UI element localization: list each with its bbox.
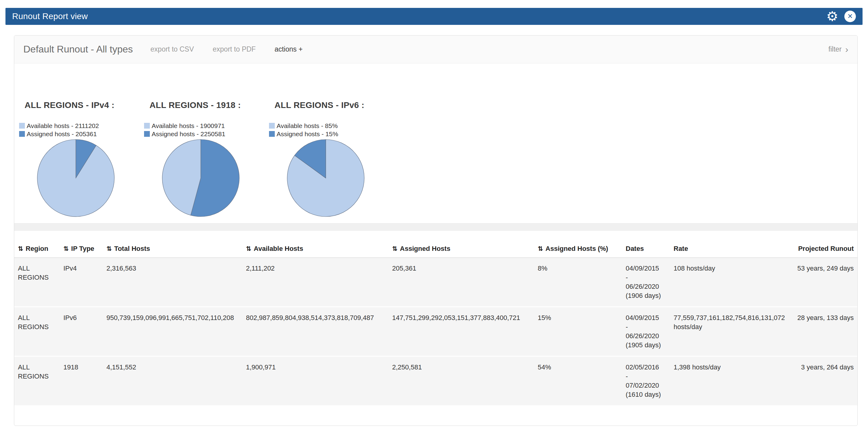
cell-projected-runout: 3 years, 264 days bbox=[790, 356, 857, 406]
sort-icon[interactable]: ⇅ bbox=[246, 245, 251, 252]
cell-total-hosts: 4,151,552 bbox=[103, 356, 242, 406]
cell-assigned-hosts: 205,361 bbox=[389, 258, 534, 307]
legend-item: Available hosts - 1900971 bbox=[144, 122, 269, 130]
section-divider bbox=[14, 223, 857, 231]
column-header-region[interactable]: ⇅Region bbox=[14, 241, 60, 258]
column-header-available-hosts[interactable]: ⇅Available Hosts bbox=[242, 241, 389, 258]
pie-1918 bbox=[162, 139, 240, 217]
cell-assigned-hosts: 2,250,581 bbox=[389, 356, 534, 406]
cell-available-hosts: 2,111,202 bbox=[242, 258, 389, 307]
sort-icon[interactable]: ⇅ bbox=[63, 245, 69, 252]
chart-legend: Available hosts - 85% Assigned hosts - 1… bbox=[269, 122, 394, 138]
sort-icon[interactable]: ⇅ bbox=[538, 245, 543, 252]
charts-section: ALL REGIONS - IPv4 : Available hosts - 2… bbox=[14, 63, 857, 217]
legend-item: Assigned hosts - 205361 bbox=[19, 130, 144, 138]
column-header-assigned-hosts-pct[interactable]: ⇅Assigned Hosts (%) bbox=[534, 241, 622, 258]
close-x-glyph: ✕ bbox=[847, 12, 853, 20]
cell-region: ALL REGIONS bbox=[14, 307, 60, 356]
legend-item: Assigned hosts - 2250581 bbox=[144, 130, 269, 138]
cell-ip-type: IPv6 bbox=[60, 307, 103, 356]
cell-total-hosts: 2,316,563 bbox=[103, 258, 242, 307]
cell-dates: 04/09/2015 - 06/26/2020 (1906 days) bbox=[622, 258, 670, 307]
legend-swatch-assigned bbox=[19, 131, 25, 137]
cell-region: ALL REGIONS bbox=[14, 258, 60, 307]
pie-chart-1918: ALL REGIONS - 1918 : Available hosts - 1… bbox=[144, 100, 269, 217]
export-pdf-link[interactable]: export to PDF bbox=[213, 45, 256, 53]
report-title: Default Runout - All types bbox=[23, 44, 133, 55]
legend-swatch-assigned bbox=[144, 131, 150, 137]
column-label: Available Hosts bbox=[254, 245, 303, 252]
legend-label: Assigned hosts - 205361 bbox=[27, 130, 97, 138]
filter-label: filter bbox=[829, 45, 842, 53]
cell-available-hosts: 802,987,859,804,938,514,373,818,709,487 bbox=[242, 307, 389, 356]
column-label: Region bbox=[26, 245, 49, 252]
pie-chart-ipv6: ALL REGIONS - IPv6 : Available hosts - 8… bbox=[269, 100, 394, 217]
legend-label: Assigned hosts - 2250581 bbox=[152, 130, 225, 138]
legend-item: Assigned hosts - 15% bbox=[269, 130, 394, 138]
window-title: Runout Report view bbox=[12, 11, 88, 21]
cell-dates: 02/05/2016 - 07/02/2020 (1610 days) bbox=[622, 356, 670, 406]
column-label: IP Type bbox=[71, 245, 94, 252]
cell-ip-type: IPv4 bbox=[60, 258, 103, 307]
table-row-ipv6: ALL REGIONS IPv6 950,739,159,096,991,665… bbox=[14, 307, 857, 356]
legend-item: Available hosts - 85% bbox=[269, 122, 394, 130]
report-panel: Default Runout - All types export to CSV… bbox=[14, 35, 858, 426]
sort-icon[interactable]: ⇅ bbox=[392, 245, 398, 252]
legend-swatch-assigned bbox=[269, 131, 275, 137]
cell-rate: 1,398 hosts/day bbox=[670, 356, 790, 406]
legend-swatch-available bbox=[19, 123, 25, 129]
chevron-right-icon: › bbox=[845, 45, 848, 54]
cell-assigned-pct: 8% bbox=[534, 258, 622, 307]
pie-ipv4 bbox=[37, 139, 115, 217]
cell-rate: 77,559,737,161,182,754,816,131,072 hosts… bbox=[670, 307, 790, 356]
export-csv-link[interactable]: export to CSV bbox=[150, 45, 194, 53]
column-header-total-hosts[interactable]: ⇅Total Hosts bbox=[103, 241, 242, 258]
column-label: Dates bbox=[626, 245, 644, 252]
filter-toggle[interactable]: filter › bbox=[829, 45, 848, 54]
sort-icon[interactable]: ⇅ bbox=[106, 245, 112, 252]
cell-ip-type: 1918 bbox=[60, 356, 103, 406]
column-header-assigned-hosts[interactable]: ⇅Assigned Hosts bbox=[389, 241, 534, 258]
settings-gear-icon[interactable]: ⚙ bbox=[827, 10, 838, 23]
legend-label: Available hosts - 1900971 bbox=[152, 122, 225, 129]
close-icon[interactable]: ✕ bbox=[844, 11, 856, 22]
chart-legend: Available hosts - 2111202 Assigned hosts… bbox=[19, 122, 144, 138]
column-label: Projected Runout bbox=[798, 245, 854, 252]
chart-title: ALL REGIONS - IPv6 : bbox=[275, 100, 394, 110]
report-toolbar: Default Runout - All types export to CSV… bbox=[14, 35, 857, 63]
chart-legend: Available hosts - 1900971 Assigned hosts… bbox=[144, 122, 269, 138]
column-header-dates: Dates bbox=[622, 241, 670, 258]
legend-label: Available hosts - 85% bbox=[277, 122, 338, 129]
legend-item: Available hosts - 2111202 bbox=[19, 122, 144, 130]
column-label: Rate bbox=[674, 245, 688, 252]
cell-dates: 04/09/2015 - 06/26/2020 (1905 days) bbox=[622, 307, 670, 356]
cell-assigned-hosts: 147,751,299,292,053,151,377,883,400,721 bbox=[389, 307, 534, 356]
cell-rate: 108 hosts/day bbox=[670, 258, 790, 307]
table-row-ipv4: ALL REGIONS IPv4 2,316,563 2,111,202 205… bbox=[14, 258, 857, 307]
titlebar: Runout Report view ⚙ ✕ bbox=[5, 8, 863, 25]
column-header-ip-type[interactable]: ⇅IP Type bbox=[60, 241, 103, 258]
column-label: Assigned Hosts bbox=[400, 245, 451, 252]
sort-icon[interactable]: ⇅ bbox=[18, 245, 23, 252]
table-header-row: ⇅Region ⇅IP Type ⇅Total Hosts ⇅Available… bbox=[14, 241, 857, 258]
pie-ipv6 bbox=[287, 139, 365, 217]
legend-label: Assigned hosts - 15% bbox=[277, 130, 338, 138]
legend-swatch-available bbox=[269, 123, 275, 129]
column-header-projected-runout: Projected Runout bbox=[790, 241, 857, 258]
cell-region: ALL REGIONS bbox=[14, 356, 60, 406]
legend-label: Available hosts - 2111202 bbox=[27, 122, 99, 129]
chart-title: ALL REGIONS - 1918 : bbox=[150, 100, 269, 110]
column-label: Total Hosts bbox=[114, 245, 150, 252]
actions-menu-button[interactable]: actions + bbox=[275, 45, 303, 53]
pie-chart-ipv4: ALL REGIONS - IPv4 : Available hosts - 2… bbox=[19, 100, 144, 217]
chart-title: ALL REGIONS - IPv4 : bbox=[25, 100, 144, 110]
cell-projected-runout: 28 years, 133 days bbox=[790, 307, 857, 356]
column-label: Assigned Hosts (%) bbox=[546, 245, 609, 252]
cell-projected-runout: 53 years, 249 days bbox=[790, 258, 857, 307]
column-header-rate: Rate bbox=[670, 241, 790, 258]
cell-assigned-pct: 54% bbox=[534, 356, 622, 406]
runout-table: ⇅Region ⇅IP Type ⇅Total Hosts ⇅Available… bbox=[14, 241, 857, 406]
legend-swatch-available bbox=[144, 123, 150, 129]
titlebar-icons: ⚙ ✕ bbox=[827, 10, 856, 23]
table-row-1918: ALL REGIONS 1918 4,151,552 1,900,971 2,2… bbox=[14, 356, 857, 406]
